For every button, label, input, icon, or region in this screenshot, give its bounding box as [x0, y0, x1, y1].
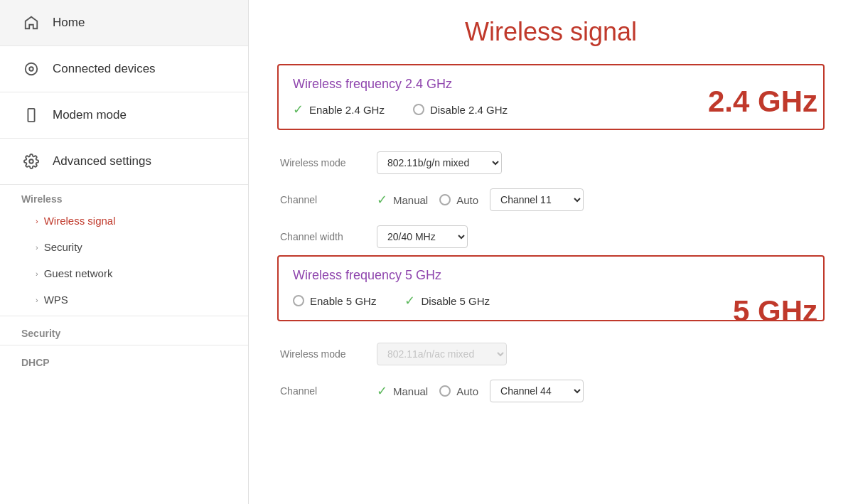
sidebar-item-home[interactable]: Home — [0, 0, 248, 46]
sidebar-item-advanced-settings[interactable]: Advanced settings — [0, 139, 248, 185]
annotation-5ghz: 5 GHz — [733, 294, 817, 328]
wps-label: WPS — [44, 294, 68, 306]
channel-manual-label-24: Manual — [393, 194, 428, 206]
channel-auto-option-24[interactable]: Auto — [439, 194, 478, 206]
enable-5ghz-label: Enable 5 GHz — [310, 295, 376, 307]
wireless-signal-label: Wireless signal — [44, 215, 116, 227]
sidebar-connected-devices-label: Connected devices — [53, 62, 156, 76]
channel-width-select-24[interactable]: 20/40 MHz — [377, 225, 468, 248]
enable-5ghz-radio — [293, 295, 304, 306]
freq-5ghz-title: Wireless frequency 5 GHz — [293, 268, 809, 283]
sidebar-item-guest-network[interactable]: › Guest network — [0, 260, 248, 286]
channel-row-5: Channel ✓ Manual Auto Channel 44 — [280, 372, 822, 409]
channel-manual-check-24: ✓ — [377, 192, 387, 208]
channel-manual-check-5: ✓ — [377, 383, 387, 399]
channel-value-select-24[interactable]: Channel 11 — [490, 188, 584, 211]
channel-label-5: Channel — [280, 385, 365, 397]
sidebar-section-dhcp: DHCP — [0, 348, 248, 371]
disable-24ghz-option[interactable]: Disable 2.4 GHz — [413, 104, 508, 116]
channel-manual-option-24[interactable]: ✓ Manual — [377, 192, 428, 208]
enable-5ghz-option[interactable]: Enable 5 GHz — [293, 295, 376, 307]
channel-manual-option-5[interactable]: ✓ Manual — [377, 383, 428, 399]
enable-24ghz-option[interactable]: ✓ Enable 2.4 GHz — [293, 102, 385, 117]
chevron-right-icon: › — [36, 243, 38, 252]
sidebar-home-label: Home — [53, 16, 85, 30]
channel-value-select-5[interactable]: Channel 44 — [490, 380, 584, 402]
wireless-mode-label-24: Wireless mode — [280, 157, 365, 168]
modem-icon — [21, 105, 41, 125]
channel-auto-label-24: Auto — [456, 194, 478, 206]
svg-point-4 — [29, 159, 33, 163]
channel-auto-option-5[interactable]: Auto — [439, 385, 478, 397]
disable-24ghz-radio — [413, 104, 424, 115]
svg-rect-2 — [28, 109, 34, 122]
security-label: Security — [44, 241, 82, 253]
sidebar-advanced-settings-label: Advanced settings — [53, 154, 151, 168]
svg-point-0 — [26, 63, 38, 75]
wireless-mode-row-5: Wireless mode 802.11a/n/ac mixed — [280, 336, 822, 372]
wireless-mode-row-24: Wireless mode 802.11b/g/n mixed — [280, 144, 822, 181]
settings-5ghz: Wireless mode 802.11a/n/ac mixed Channel… — [277, 336, 825, 409]
wireless-mode-label-5: Wireless mode — [280, 348, 365, 360]
chevron-right-icon: › — [36, 296, 38, 304]
channel-width-row-24: Channel width 20/40 MHz — [280, 218, 822, 255]
sidebar-item-security[interactable]: › Security — [0, 234, 248, 260]
enable-24ghz-check: ✓ — [293, 102, 304, 117]
annotation-24ghz: 2.4 GHz — [708, 85, 817, 119]
page-title: Wireless signal — [277, 17, 825, 47]
sidebar: Home Connected devices Modem mode — [0, 0, 249, 504]
channel-width-label-24: Channel width — [280, 231, 365, 242]
disable-24ghz-label: Disable 2.4 GHz — [430, 104, 508, 116]
disable-5ghz-check: ✓ — [404, 293, 415, 309]
connected-devices-icon — [21, 59, 41, 79]
gear-icon — [21, 151, 41, 171]
wireless-mode-select-5[interactable]: 802.11a/n/ac mixed — [377, 343, 507, 365]
enable-24ghz-label: Enable 2.4 GHz — [309, 104, 385, 116]
sidebar-section-security: Security — [0, 319, 248, 342]
channel-controls-24: ✓ Manual Auto Channel 11 — [377, 188, 584, 211]
channel-manual-label-5: Manual — [393, 385, 428, 397]
channel-auto-label-5: Auto — [456, 385, 478, 397]
chevron-right-icon: › — [36, 217, 38, 225]
home-icon — [21, 13, 41, 33]
settings-24ghz: Wireless mode 802.11b/g/n mixed Channel … — [277, 144, 825, 255]
channel-controls-5: ✓ Manual Auto Channel 44 — [377, 380, 584, 402]
channel-label-24: Channel — [280, 194, 365, 205]
sidebar-item-wireless-signal[interactable]: › Wireless signal — [0, 208, 248, 234]
chevron-right-icon: › — [36, 269, 38, 278]
channel-auto-radio-24 — [439, 194, 451, 205]
guest-network-label: Guest network — [44, 267, 113, 279]
wireless-mode-select-24[interactable]: 802.11b/g/n mixed — [377, 151, 502, 174]
svg-point-1 — [29, 67, 33, 71]
sidebar-item-connected-devices[interactable]: Connected devices — [0, 46, 248, 92]
sidebar-modem-mode-label: Modem mode — [53, 108, 127, 122]
sidebar-item-modem-mode[interactable]: Modem mode — [0, 92, 248, 139]
disable-5ghz-option[interactable]: ✓ Disable 5 GHz — [404, 293, 490, 309]
channel-row-24: Channel ✓ Manual Auto Channel 11 — [280, 181, 822, 218]
main-content: Wireless signal 2.4 GHz Wireless frequen… — [249, 0, 853, 504]
sidebar-item-wps[interactable]: › WPS — [0, 286, 248, 313]
disable-5ghz-label: Disable 5 GHz — [421, 295, 490, 307]
freq-5ghz-radio-row: Enable 5 GHz ✓ Disable 5 GHz — [293, 293, 809, 309]
channel-auto-radio-5 — [439, 385, 451, 397]
sidebar-section-wireless: Wireless — [0, 185, 248, 208]
content-wrapper: Wireless signal 2.4 GHz Wireless frequen… — [277, 17, 825, 409]
